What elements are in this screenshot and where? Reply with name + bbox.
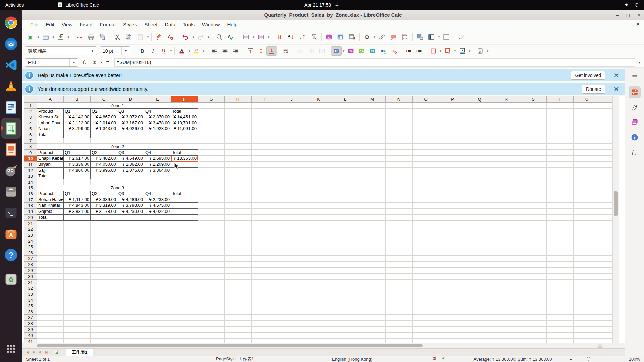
cell-H22[interactable]: [225, 226, 252, 232]
formula-button[interactable]: =: [103, 58, 112, 67]
cell-E33[interactable]: [144, 291, 171, 297]
cell-F2[interactable]: Total: [171, 109, 198, 115]
cell-T33[interactable]: [547, 291, 574, 297]
cell-K14[interactable]: [305, 179, 332, 185]
cell-B40[interactable]: [64, 333, 91, 339]
cell-A36[interactable]: [37, 309, 64, 315]
cell-K18[interactable]: [305, 203, 332, 209]
row-header-24[interactable]: 24: [24, 238, 37, 244]
row-header-23[interactable]: 23: [24, 232, 37, 238]
cell-N40[interactable]: [386, 333, 413, 339]
document-modified-icon[interactable]: [441, 356, 446, 362]
col-header-Q[interactable]: Q: [466, 96, 493, 103]
row-header-1[interactable]: 1: [24, 103, 37, 109]
cell-U38[interactable]: [574, 321, 600, 327]
cell-J22[interactable]: [278, 226, 305, 232]
special-character-dropdown-icon[interactable]: ▾: [373, 35, 376, 39]
cell-O11[interactable]: [413, 162, 439, 168]
cell-U1[interactable]: [574, 103, 600, 109]
col-header-M[interactable]: M: [359, 96, 386, 103]
cell-L17[interactable]: [332, 197, 359, 203]
cell-K31[interactable]: [305, 280, 332, 286]
cell-E38[interactable]: [144, 321, 171, 327]
cell-E4[interactable]: ¥ 3,478.00: [144, 120, 171, 126]
cell-M30[interactable]: [359, 274, 386, 280]
cell-C11[interactable]: ¥ 4,050.00: [91, 162, 117, 168]
cell-C3[interactable]: ¥ 4,867.00: [91, 114, 117, 120]
cell-N38[interactable]: [386, 321, 413, 327]
cell-U37[interactable]: [574, 315, 600, 321]
cell-B11[interactable]: ¥ 3,339.00: [64, 162, 91, 168]
cell-K37[interactable]: [305, 315, 332, 321]
cell-V26[interactable]: [600, 250, 612, 256]
cell-M9[interactable]: [359, 150, 386, 156]
cell-F38[interactable]: [171, 321, 198, 327]
col-header-T[interactable]: T: [547, 96, 574, 103]
cell-E27[interactable]: [144, 256, 171, 262]
row-header-8[interactable]: 8: [24, 144, 37, 150]
cell-Q20[interactable]: [466, 215, 493, 221]
cell-Q10[interactable]: [466, 156, 493, 162]
cell-B31[interactable]: [64, 280, 91, 286]
cell-L30[interactable]: [332, 274, 359, 280]
cell-H39[interactable]: [225, 327, 252, 333]
row-header-2[interactable]: 2: [24, 109, 37, 115]
cell-I26[interactable]: [252, 250, 278, 256]
cell-M38[interactable]: [359, 321, 386, 327]
cell-N6[interactable]: [386, 132, 413, 138]
cell-A17[interactable]: Sohan Halwa: [37, 197, 64, 203]
cell-C39[interactable]: [91, 327, 117, 333]
cell-B35[interactable]: [64, 303, 91, 309]
clone-formatting-button[interactable]: [153, 32, 165, 42]
cell-P29[interactable]: [439, 268, 466, 274]
cell-C40[interactable]: [91, 333, 117, 339]
cell-B24[interactable]: [64, 238, 91, 244]
cell-B27[interactable]: [64, 256, 91, 262]
cell-D29[interactable]: [117, 268, 144, 274]
cell-F4[interactable]: ¥ 10,781.00: [171, 120, 198, 126]
cell-T36[interactable]: [547, 309, 574, 315]
cell-I36[interactable]: [252, 309, 278, 315]
cell-U36[interactable]: [574, 309, 600, 315]
cell-D41[interactable]: [117, 339, 144, 343]
cell-L6[interactable]: [332, 132, 359, 138]
cell-K39[interactable]: [305, 327, 332, 333]
find-replace-button[interactable]: [214, 32, 225, 42]
cell-R27[interactable]: [493, 256, 520, 262]
menu-help[interactable]: Help: [224, 21, 241, 28]
cell-U10[interactable]: [574, 156, 600, 162]
cell-C36[interactable]: [91, 309, 117, 315]
cell-F26[interactable]: [171, 250, 198, 256]
nav-first-button[interactable]: [25, 350, 30, 355]
cell-F34[interactable]: [171, 297, 198, 303]
cell-A24[interactable]: [37, 238, 64, 244]
cell-U9[interactable]: [574, 150, 600, 156]
cell-F35[interactable]: [171, 303, 198, 309]
cell-M6[interactable]: [359, 132, 386, 138]
cell-T9[interactable]: [547, 150, 574, 156]
col-header-D[interactable]: D: [117, 96, 144, 103]
cell-S30[interactable]: [520, 274, 547, 280]
cell-M32[interactable]: [359, 285, 386, 291]
row-header-12[interactable]: 12: [24, 168, 37, 174]
cell-E28[interactable]: [144, 262, 171, 268]
cell-V7[interactable]: [600, 138, 612, 144]
cell-R3[interactable]: [493, 114, 520, 120]
cell-A22[interactable]: [37, 226, 64, 232]
cell-G1[interactable]: [198, 103, 225, 109]
cell-Q8[interactable]: [466, 144, 493, 150]
highlight-color-button[interactable]: [191, 46, 202, 56]
cell-D31[interactable]: [117, 280, 144, 286]
cell-C14[interactable]: [91, 179, 117, 185]
cell-N4[interactable]: [386, 120, 413, 126]
cell-P41[interactable]: [439, 339, 466, 343]
cell-C17[interactable]: ¥ 3,339.00: [91, 197, 117, 203]
cell-U24[interactable]: [574, 238, 600, 244]
cell-J1[interactable]: [278, 103, 305, 109]
cell-D5[interactable]: ¥ 4,026.00: [117, 126, 144, 132]
cell-M26[interactable]: [359, 250, 386, 256]
cell-E17[interactable]: ¥ 2,233.00: [144, 197, 171, 203]
cell-S38[interactable]: [520, 321, 547, 327]
cell-G31[interactable]: [198, 280, 225, 286]
row-header-10[interactable]: 10: [24, 156, 37, 162]
